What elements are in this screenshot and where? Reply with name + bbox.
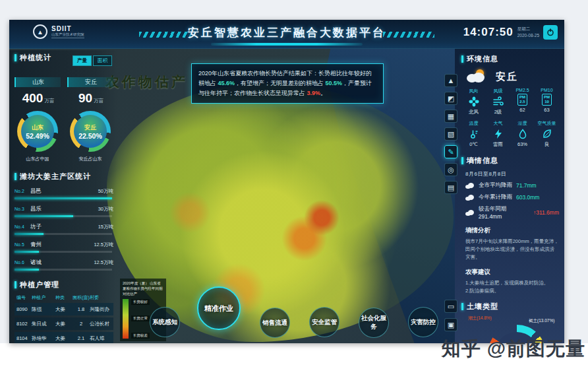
ginger-stats-list: No.2昌邑50万吨No.3昌乐30万吨No.4坊子15万吨No.5青州12.5… bbox=[15, 187, 117, 271]
ginger-row: No.4坊子15万吨 bbox=[15, 223, 117, 235]
grower-col-header: 村委 bbox=[90, 294, 113, 301]
grower-col-header: 面积(亩) bbox=[73, 294, 90, 301]
cloud-icon bbox=[465, 195, 475, 201]
ginger-rank: No.6 bbox=[15, 260, 30, 265]
env-metric-storm: 大气雷雨 bbox=[486, 120, 510, 148]
grower-cell: 大姜 bbox=[55, 306, 73, 313]
leaf-icon bbox=[542, 128, 552, 140]
grower-col-header: 种类 bbox=[55, 294, 73, 301]
cloud-icon bbox=[465, 210, 475, 216]
map-button-安全监管[interactable]: 安全监管 bbox=[309, 307, 339, 337]
env-metric-value: 63 bbox=[544, 107, 549, 113]
swap-layer-icon[interactable]: ◩ bbox=[444, 92, 457, 105]
gauge-label: 山东 bbox=[32, 123, 44, 132]
chart-icon[interactable]: ▤ bbox=[444, 181, 457, 194]
moisture-analysis-title: 墒情分析 bbox=[465, 226, 559, 235]
env-metric-value: 62 bbox=[519, 107, 525, 113]
moisture-info-title: 墒情信息 bbox=[461, 156, 559, 166]
ginger-row: No.5青州12.5万吨 bbox=[15, 241, 117, 253]
table-row[interactable]: 8102朱日成大姜2公冶长村 bbox=[15, 317, 113, 330]
ginger-row: No.6诸城12.5万吨 bbox=[15, 259, 117, 271]
ginger-rank: No.4 bbox=[15, 224, 30, 229]
wind-icon bbox=[493, 96, 504, 108]
farm-advice-title: 农事建议 bbox=[465, 268, 559, 277]
draw-icon[interactable]: ✎ bbox=[444, 145, 457, 158]
map-button-灾害防控[interactable]: 灾害防控 bbox=[408, 307, 438, 337]
infobox-text-segment: 50.5% bbox=[326, 80, 343, 86]
ginger-value: 50万吨 bbox=[98, 188, 117, 195]
gauge-caption: 山东占中国 bbox=[15, 156, 61, 162]
ginger-bar-track bbox=[15, 269, 112, 271]
grower-cell: 大姜 bbox=[55, 335, 73, 342]
map-button-精准作业[interactable]: 精准作业 bbox=[197, 286, 241, 330]
env-info-title: 环境信息 bbox=[461, 54, 559, 64]
env-metric-label: 空气质量 bbox=[538, 120, 556, 127]
power-icon bbox=[546, 28, 554, 36]
farm-advice-lines: 1.大姜培土追肥，发现病株及时防治。2.防治姜瘟病。 bbox=[461, 279, 559, 295]
grower-cell: 2.1 bbox=[73, 335, 90, 341]
gauge-caption: 安丘占山东 bbox=[67, 156, 113, 162]
terrain-icon[interactable]: ▲ bbox=[444, 74, 457, 87]
legend-title: 2020年度（夏） 山东省夏粮作物长势与往年同期对比估产 bbox=[123, 281, 163, 297]
layers-icon[interactable]: ▧ bbox=[444, 127, 457, 141]
region-header[interactable]: 山东 bbox=[15, 77, 61, 87]
region-unit: 万亩 bbox=[94, 98, 103, 104]
sun-cloud-icon bbox=[465, 69, 488, 84]
gauge-shandong: 山东 52.49% bbox=[17, 111, 58, 152]
map-button-系统感知[interactable]: 系统感知 bbox=[150, 307, 180, 337]
grower-col-header: 种植户 bbox=[32, 294, 55, 301]
region-header[interactable]: 安丘 bbox=[67, 77, 113, 87]
moisture-value: 71.7mm bbox=[516, 182, 537, 189]
region-anqiu: 安丘 90万亩 安丘 22.50% 安丘占山东 bbox=[67, 77, 113, 162]
env-metric-humidity: 湿度63% bbox=[510, 120, 535, 148]
header-bar: ▲ SDIIT 山东产业技术研究院 安丘智慧农业三产融合大数据平台 14:07:… bbox=[9, 20, 564, 49]
grower-col-header: 编号 bbox=[15, 294, 32, 301]
legend-label: 长势较差 bbox=[131, 333, 150, 339]
grower-table: 编号种植户种类面积(亩)村委8090陈强大姜1.8兴隆街办8102朱日成大姜2公… bbox=[15, 294, 113, 343]
infobox-text-segment: 。 bbox=[320, 90, 326, 96]
decor-slashes-left bbox=[139, 32, 191, 38]
grower-cell: 大姜 bbox=[55, 321, 73, 327]
ginger-bar-track bbox=[15, 215, 112, 217]
moisture-label: 较去年同期291.4mm bbox=[479, 205, 529, 220]
stats-tab-面积[interactable]: 面积 bbox=[93, 55, 112, 66]
measure-icon[interactable]: ▭ bbox=[444, 300, 457, 313]
soil-segment-label: 潮土(14.8%) bbox=[468, 315, 492, 321]
table-row[interactable]: 8104孙培华大姜2.1石人埠 bbox=[15, 332, 113, 343]
locate-icon[interactable]: ◎ bbox=[444, 163, 457, 176]
temp-icon bbox=[469, 128, 479, 140]
region-shandong: 山东 400万亩 山东 52.49% 山东占中国 bbox=[15, 77, 61, 162]
grower-cell: 石人埠 bbox=[90, 335, 113, 342]
ginger-bar-fill bbox=[15, 233, 44, 235]
clock-weekday: 星期二 bbox=[517, 26, 539, 32]
ginger-value: 12.5万吨 bbox=[94, 242, 117, 248]
fullscreen-icon[interactable]: ▣ bbox=[444, 318, 457, 331]
power-button[interactable] bbox=[543, 25, 558, 40]
ginger-name: 诸城 bbox=[30, 259, 42, 267]
grower-cell: 8090 bbox=[15, 306, 32, 312]
stats-tab-产量[interactable]: 产量 bbox=[73, 55, 92, 66]
left-panel: 种植统计 产量面积 山东 400万亩 山东 52.49% 山东占中国 bbox=[9, 50, 117, 343]
advice-line: 1.大姜培土追肥，发现病株及时防治。 bbox=[465, 279, 559, 287]
page-background: ▲ SDIIT 山东产业技术研究院 安丘智慧农业三产融合大数据平台 14:07:… bbox=[0, 0, 588, 365]
moisture-value: ↑311.6mm bbox=[533, 209, 559, 216]
logo: ▲ SDIIT 山东产业技术研究院 bbox=[33, 24, 84, 39]
grower-cell: 1.8 bbox=[73, 306, 90, 312]
grower-cell: 陈强 bbox=[32, 306, 55, 313]
grid-icon[interactable]: ▦ bbox=[444, 110, 457, 123]
ginger-value: 15万吨 bbox=[98, 224, 117, 230]
right-panel: 环境信息 安丘 风向北风风级2级PM2.5PM2.562PM10PM1063温度… bbox=[455, 49, 564, 343]
moisture-row: 今年累计降雨603.0mm bbox=[465, 193, 559, 201]
map-button-销售流通[interactable]: 销售流通 bbox=[260, 308, 290, 338]
env-metric-label: PM2.5 bbox=[515, 88, 529, 92]
env-metric-value: 良 bbox=[544, 141, 550, 148]
soil-segment-label: 褐土(13.07%) bbox=[529, 318, 554, 324]
watermark: 知乎 @前图无量 bbox=[442, 336, 585, 362]
table-row[interactable]: 8090陈强大姜1.8兴隆街办 bbox=[15, 303, 113, 315]
map-button-社会化服务[interactable]: 社会化服务 bbox=[359, 308, 389, 338]
estimation-infobox[interactable]: 2020年山东省夏粮农作物长势估产结果如下：长势相比往年较好的耕地占 45.6%… bbox=[191, 63, 384, 104]
gauge-anqiu: 安丘 22.50% bbox=[70, 111, 111, 152]
env-metric-pm25: PM2.5PM2.562 bbox=[510, 88, 535, 116]
ginger-row: No.3昌乐30万吨 bbox=[15, 205, 117, 217]
fan-icon bbox=[469, 96, 479, 108]
